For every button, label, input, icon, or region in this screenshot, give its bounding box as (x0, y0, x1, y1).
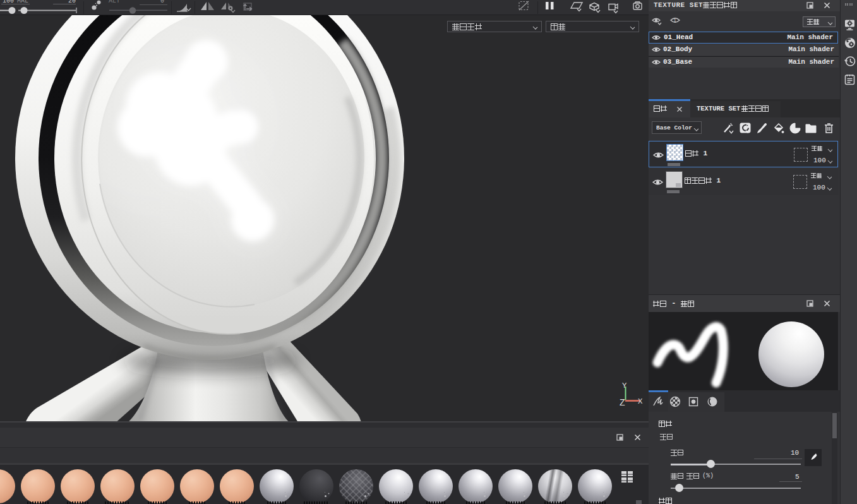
svg-text:ALT: ALT (109, 0, 120, 4)
svg-text:0: 0 (160, 0, 164, 4)
svg-text:Y: Y (622, 381, 627, 389)
svg-text:100: 100 (3, 0, 14, 4)
svg-text:Z: Z (620, 397, 625, 407)
svg-text:X: X (638, 397, 643, 405)
svg-text:MAL: MAL (17, 0, 28, 4)
svg-text:1: 1 (673, 17, 676, 23)
svg-text:20: 20 (68, 0, 76, 4)
